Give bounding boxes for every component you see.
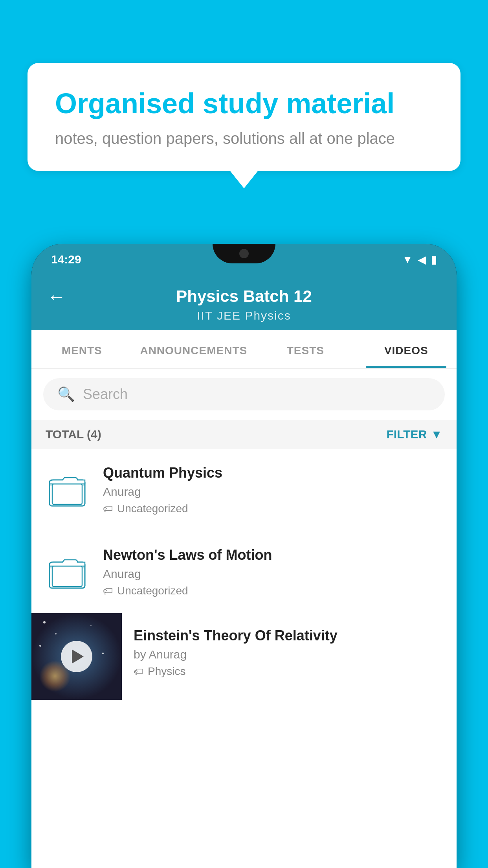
status-icons: ▼ ◀ ▮	[402, 253, 437, 266]
notch	[213, 244, 275, 263]
folder-icon	[48, 554, 87, 590]
play-triangle-icon	[72, 649, 84, 664]
status-time: 14:29	[51, 253, 81, 266]
star-particle	[55, 633, 57, 634]
video-thumbnail	[31, 613, 122, 700]
item-tag: 🏷 Uncategorized	[103, 585, 442, 597]
tag-label: Uncategorized	[117, 502, 188, 515]
tag-icon: 🏷	[103, 585, 113, 597]
star-particle	[90, 625, 92, 626]
svg-rect-5	[52, 566, 82, 587]
header-nav: ← Physics Batch 12	[47, 287, 441, 306]
tab-announcements[interactable]: ANNOUNCEMENTS	[132, 330, 255, 368]
video-item-author: by Anurag	[134, 648, 445, 661]
item-info: Quantum Physics Anurag 🏷 Uncategorized	[103, 465, 442, 515]
filter-bar: TOTAL (4) FILTER ▼	[31, 420, 457, 449]
signal-icon: ◀	[418, 253, 426, 266]
item-title: Newton's Laws of Motion	[103, 547, 442, 563]
list-item[interactable]: Quantum Physics Anurag 🏷 Uncategorized	[31, 449, 457, 531]
search-input[interactable]: Search	[83, 386, 431, 403]
item-thumbnail	[46, 550, 89, 594]
tabs-container: MENTS ANNOUNCEMENTS TESTS VIDEOS	[31, 330, 457, 369]
search-bar[interactable]: 🔍 Search	[43, 378, 445, 410]
search-container: 🔍 Search	[31, 369, 457, 420]
phone-content: ← Physics Batch 12 IIT JEE Physics MENTS…	[31, 275, 457, 868]
bubble-title: Organised study material	[55, 86, 433, 120]
video-item-title: Einstein's Theory Of Relativity	[134, 627, 445, 644]
status-bar: 14:29 ▼ ◀ ▮	[31, 244, 457, 275]
folder-icon	[48, 472, 87, 508]
wifi-icon: ▼	[402, 253, 413, 266]
content-list: Quantum Physics Anurag 🏷 Uncategorized	[31, 449, 457, 700]
phone-frame: 14:29 ▼ ◀ ▮ ← Physics Batch 12 IIT JEE P…	[31, 244, 457, 868]
list-item-video[interactable]: Einstein's Theory Of Relativity by Anura…	[31, 613, 457, 700]
tag-label: Uncategorized	[117, 585, 188, 597]
list-item[interactable]: Newton's Laws of Motion Anurag 🏷 Uncateg…	[31, 531, 457, 613]
filter-icon: ▼	[431, 428, 442, 441]
item-thumbnail	[46, 468, 89, 511]
item-author: Anurag	[103, 485, 442, 498]
camera-dot	[239, 249, 249, 258]
play-button[interactable]	[61, 641, 92, 672]
tab-videos[interactable]: VIDEOS	[356, 330, 457, 368]
video-item-tag: 🏷 Physics	[134, 665, 445, 678]
filter-label: FILTER	[387, 428, 427, 441]
back-button[interactable]: ←	[47, 286, 66, 307]
header-subtitle: IIT JEE Physics	[197, 309, 291, 322]
app-header: ← Physics Batch 12 IIT JEE Physics	[31, 275, 457, 330]
bubble-subtitle: notes, question papers, solutions all at…	[55, 130, 433, 147]
header-title: Physics Batch 12	[176, 287, 312, 306]
search-icon: 🔍	[57, 386, 75, 403]
star-particle	[39, 645, 41, 647]
star-particle	[43, 621, 46, 623]
tag-icon: 🏷	[134, 666, 144, 678]
item-title: Quantum Physics	[103, 465, 442, 481]
video-item-info: Einstein's Theory Of Relativity by Anura…	[122, 613, 457, 692]
tab-ments[interactable]: MENTS	[31, 330, 132, 368]
item-tag: 🏷 Uncategorized	[103, 502, 442, 515]
filter-button[interactable]: FILTER ▼	[387, 428, 442, 441]
speech-bubble-container: Organised study material notes, question…	[28, 63, 460, 171]
item-author: Anurag	[103, 567, 442, 581]
svg-rect-2	[52, 484, 82, 504]
speech-bubble: Organised study material notes, question…	[28, 63, 460, 171]
tab-tests[interactable]: TESTS	[255, 330, 356, 368]
tag-label: Physics	[148, 665, 185, 678]
battery-icon: ▮	[431, 253, 437, 266]
tag-icon: 🏷	[103, 503, 113, 515]
total-label: TOTAL (4)	[46, 428, 101, 441]
item-info: Newton's Laws of Motion Anurag 🏷 Uncateg…	[103, 547, 442, 597]
star-particle	[102, 653, 104, 654]
